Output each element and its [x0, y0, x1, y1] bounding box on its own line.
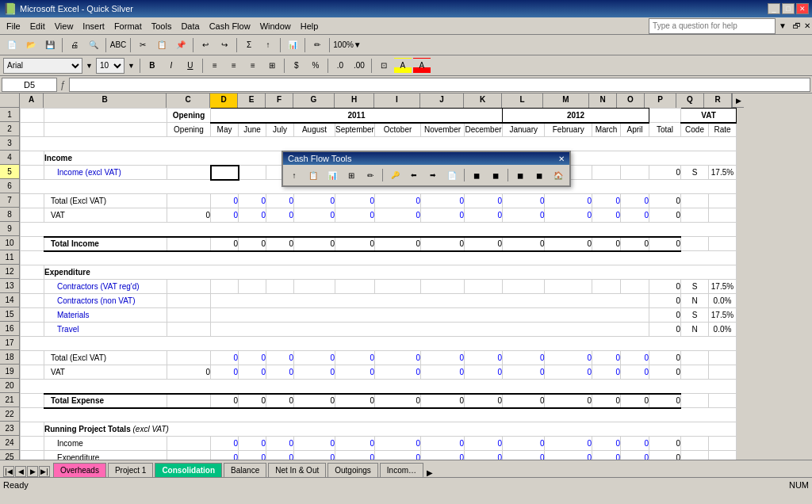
align-center-btn[interactable]: ≡ — [225, 58, 243, 74]
row-num-21[interactable]: 21 — [0, 393, 19, 407]
paste-btn[interactable]: 📌 — [172, 37, 190, 53]
window-restore[interactable]: 🗗 — [793, 21, 801, 30]
save-btn[interactable]: 💾 — [41, 37, 59, 53]
font-arrow[interactable]: ▼ — [86, 62, 93, 70]
row-num-10[interactable]: 10 — [0, 236, 19, 250]
bold-btn[interactable]: B — [144, 58, 161, 74]
menu-data[interactable]: Data — [176, 20, 204, 32]
undo-btn[interactable]: ↩ — [197, 37, 214, 53]
cf-black4-btn[interactable]: ◼ — [530, 167, 548, 183]
row-num-17[interactable]: 17 — [0, 336, 19, 350]
row-num-2[interactable]: 2 — [0, 122, 19, 136]
cf-chart-btn[interactable]: 📊 — [324, 167, 341, 183]
tab-nav-first[interactable]: |◀ — [3, 466, 14, 477]
row-num-15[interactable]: 15 — [0, 307, 19, 322]
tab-incom[interactable]: Incom… — [380, 463, 423, 477]
tab-consolidation[interactable]: Consolidation — [155, 463, 222, 477]
cf-doc-btn[interactable]: 📄 — [443, 167, 461, 183]
col-header-H[interactable]: H — [335, 94, 374, 108]
tab-scroll-right[interactable]: ▶ — [427, 468, 433, 477]
col-header-F[interactable]: F — [266, 94, 293, 108]
cf-table-btn[interactable]: 📋 — [304, 167, 322, 183]
fontsize-arrow[interactable]: ▼ — [128, 62, 135, 70]
cf-key1-btn[interactable]: 🔑 — [386, 167, 404, 183]
tab-overheads[interactable]: Overheads — [53, 463, 106, 477]
close-btn[interactable]: ✕ — [796, 3, 809, 14]
maximize-btn[interactable]: □ — [782, 3, 795, 14]
row-num-8[interactable]: 8 — [0, 208, 19, 222]
menu-format[interactable]: Format — [109, 20, 147, 32]
cf-key3-btn[interactable]: ➡ — [424, 167, 442, 183]
tab-nav-prev[interactable]: ◀ — [15, 466, 26, 477]
cf-black2-btn[interactable]: ◼ — [487, 167, 504, 183]
chart-btn[interactable]: 📊 — [284, 37, 301, 53]
col-header-A[interactable]: A — [20, 94, 44, 108]
row-num-23[interactable]: 23 — [0, 422, 19, 436]
col-header-K[interactable]: K — [464, 94, 502, 108]
window-close[interactable]: ✕ — [804, 21, 810, 30]
currency-btn[interactable]: $ — [288, 58, 305, 74]
merge-btn[interactable]: ⊞ — [263, 58, 281, 74]
spellcheck-btn[interactable]: ABC — [109, 37, 127, 53]
col-header-G[interactable]: G — [293, 94, 335, 108]
tab-project1[interactable]: Project 1 — [108, 463, 153, 477]
col-header-L[interactable]: L — [502, 94, 543, 108]
font-color-btn[interactable]: A — [413, 58, 431, 74]
menu-file[interactable]: File — [2, 20, 25, 32]
col-header-B[interactable]: B — [44, 94, 167, 108]
zoom-btn[interactable]: 100%▼ — [333, 37, 362, 53]
tab-nav-next[interactable]: ▶ — [27, 466, 38, 477]
cashflow-close-btn[interactable]: ✕ — [558, 155, 565, 163]
col-header-I[interactable]: I — [374, 94, 420, 108]
row-num-7[interactable]: 7 — [0, 193, 19, 208]
formula-input[interactable] — [69, 78, 810, 92]
col-header-N[interactable]: N — [589, 94, 617, 108]
cf-up-btn[interactable]: ↑ — [285, 167, 303, 183]
row-num-22[interactable]: 22 — [0, 407, 19, 422]
open-btn[interactable]: 📂 — [22, 37, 40, 53]
menu-edit[interactable]: Edit — [25, 20, 50, 32]
font-select[interactable]: Arial — [3, 58, 82, 74]
row-num-20[interactable]: 20 — [0, 379, 19, 393]
row-num-19[interactable]: 19 — [0, 365, 19, 379]
print-btn[interactable]: 🖨 — [66, 37, 83, 53]
inc-decimal-btn[interactable]: .00 — [350, 58, 368, 74]
cf-black1-btn[interactable]: ◼ — [468, 167, 485, 183]
col-header-M[interactable]: M — [543, 94, 589, 108]
menu-view[interactable]: View — [50, 20, 79, 32]
redo-btn[interactable]: ↪ — [216, 37, 233, 53]
cf-key2-btn[interactable]: ⬅ — [405, 167, 423, 183]
fill-color-btn[interactable]: A — [394, 58, 412, 74]
cut-btn[interactable]: ✂ — [134, 37, 151, 53]
borders-btn[interactable]: ⊡ — [375, 58, 393, 74]
copy-btn[interactable]: 📋 — [153, 37, 170, 53]
row-num-11[interactable]: 11 — [0, 250, 19, 265]
row-num-3[interactable]: 3 — [0, 136, 19, 151]
autosum-btn[interactable]: Σ — [240, 37, 258, 53]
percent-btn[interactable]: % — [307, 58, 324, 74]
col-scroll-right[interactable]: ▶ — [732, 94, 744, 108]
col-header-J[interactable]: J — [420, 94, 464, 108]
col-header-D[interactable]: D — [210, 94, 238, 108]
align-right-btn[interactable]: ≡ — [244, 58, 262, 74]
new-btn[interactable]: 📄 — [3, 37, 21, 53]
row-num-9[interactable]: 9 — [0, 222, 19, 236]
cf-black3-btn[interactable]: ◼ — [511, 167, 529, 183]
col-header-C[interactable]: C — [167, 94, 210, 108]
help-arrow[interactable]: ▼ — [779, 21, 787, 30]
col-header-Q[interactable]: Q — [676, 94, 704, 108]
menu-window[interactable]: Window — [255, 20, 296, 32]
col-header-P[interactable]: P — [645, 94, 676, 108]
titlebar-controls[interactable]: _ □ ✕ — [768, 3, 809, 14]
row-num-25[interactable]: 25 — [0, 450, 19, 460]
row-num-1[interactable]: 1 — [0, 108, 19, 122]
menu-insert[interactable]: Insert — [78, 20, 109, 32]
cf-edit-btn[interactable]: ✏ — [362, 167, 379, 183]
italic-btn[interactable]: I — [163, 58, 180, 74]
col-header-E[interactable]: E — [238, 94, 266, 108]
row-num-16[interactable]: 16 — [0, 322, 19, 336]
row-num-13[interactable]: 13 — [0, 279, 19, 293]
tab-nav-last[interactable]: ▶| — [39, 466, 50, 477]
tab-outgoings[interactable]: Outgoings — [327, 463, 378, 477]
menu-help[interactable]: Help — [296, 20, 324, 32]
